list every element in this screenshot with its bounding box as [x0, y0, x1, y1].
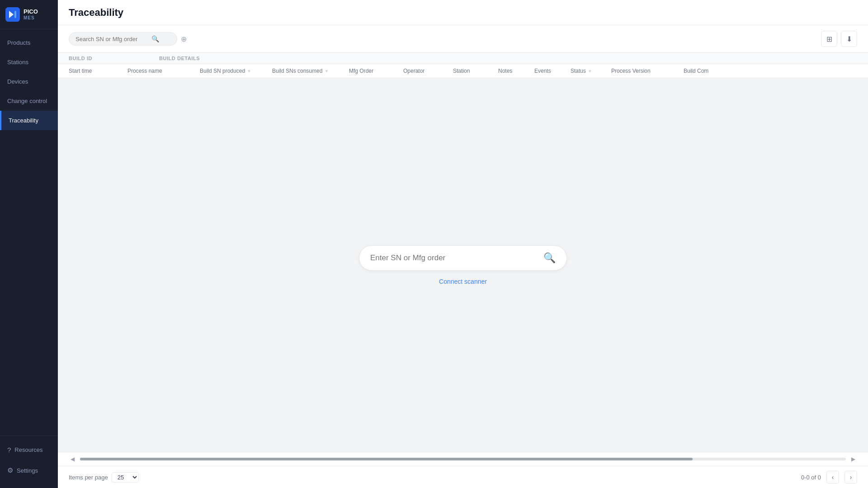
col-header-start-time[interactable]: Start time — [69, 64, 127, 78]
gear-icon: ⚙ — [7, 466, 13, 474]
sidebar-item-label: Settings — [17, 467, 38, 474]
big-search-bar[interactable]: 🔍 — [359, 245, 567, 271]
pagination-next-button[interactable]: › — [844, 471, 857, 483]
scroll-right-arrow[interactable]: ▶ — [849, 455, 857, 463]
app-name: PICO — [24, 9, 38, 15]
col-header-status[interactable]: Status ▼ — [571, 64, 611, 78]
sidebar-item-label: Devices — [7, 78, 28, 85]
filter-icon[interactable]: ⊕ — [181, 35, 187, 43]
content-area: 🔍 ⊕ ⊞ ⬇ BUILD ID BUILD DETAILS Start ti — [58, 25, 868, 488]
scan-icon: ⊞ — [826, 35, 832, 43]
col-header-build-com[interactable]: Build Com — [684, 64, 738, 78]
sort-icon: ▼ — [588, 69, 592, 74]
col-header-build-sn-produced[interactable]: Build SN produced ▼ — [200, 64, 272, 78]
column-group-row: BUILD ID BUILD DETAILS — [58, 53, 868, 64]
scroll-left-arrow[interactable]: ◀ — [69, 455, 76, 463]
bottom-nav: ? Resources ⚙ Settings — [0, 436, 58, 488]
sidebar-item-label: Stations — [7, 59, 28, 66]
items-per-page-select[interactable]: 25 50 100 — [112, 472, 139, 483]
pagination-info: 0-0 of 0 — [801, 474, 821, 481]
footer: Items per page 25 50 100 0-0 of 0 ‹ › — [58, 466, 868, 488]
svg-rect-2 — [14, 11, 16, 18]
main-content: Traceability 🔍 ⊕ ⊞ ⬇ BUILD ID BU — [58, 0, 868, 488]
search-input-small[interactable] — [75, 36, 148, 42]
question-icon: ? — [7, 446, 11, 454]
sidebar-item-label: Change control — [7, 98, 47, 104]
nav-items: Products Stations Devices Change control… — [0, 29, 58, 436]
scan-button[interactable]: ⊞ — [821, 31, 837, 47]
scrollbar-thumb[interactable] — [80, 458, 693, 460]
sidebar-item-label: Resources — [14, 446, 42, 453]
download-button[interactable]: ⬇ — [841, 31, 857, 47]
table-columns: Start time Process name Build SN produce… — [58, 64, 868, 78]
items-per-page-label: Items per page — [69, 474, 108, 481]
col-header-events[interactable]: Events — [534, 64, 571, 78]
page-title: Traceability — [69, 7, 123, 19]
group-build-details: BUILD DETAILS — [159, 53, 857, 64]
connect-scanner-link[interactable]: Connect scanner — [439, 278, 487, 285]
empty-state: 🔍 Connect scanner — [58, 78, 868, 452]
search-icon-big: 🔍 — [543, 252, 556, 264]
sidebar-item-label: Products — [7, 39, 30, 46]
col-header-operator[interactable]: Operator — [403, 64, 453, 78]
horizontal-scrollbar[interactable]: ◀ ▶ — [58, 452, 868, 466]
sidebar-item-stations[interactable]: Stations — [0, 52, 58, 72]
download-icon: ⬇ — [846, 35, 852, 43]
toolbar-right: ⊞ ⬇ — [821, 31, 857, 47]
footer-right: 0-0 of 0 ‹ › — [801, 471, 857, 483]
col-header-station[interactable]: Station — [453, 64, 498, 78]
search-row: 🔍 ⊕ ⊞ ⬇ — [58, 25, 868, 53]
sidebar: PICO MES Products Stations Devices Chang… — [0, 0, 58, 488]
sidebar-item-resources[interactable]: ? Resources — [0, 440, 58, 460]
search-bar-small[interactable]: 🔍 — [69, 32, 177, 46]
logo-area: PICO MES — [0, 0, 58, 29]
scrollbar-track[interactable] — [80, 458, 846, 460]
sidebar-item-traceability[interactable]: Traceability — [0, 111, 58, 130]
col-header-process-name[interactable]: Process name — [127, 64, 200, 78]
pagination-prev-button[interactable]: ‹ — [826, 471, 839, 483]
sort-icon: ▼ — [324, 69, 329, 74]
footer-left: Items per page 25 50 100 — [69, 472, 139, 483]
col-header-build-sns-consumed[interactable]: Build SNs consumed ▼ — [272, 64, 349, 78]
table-header-groups: BUILD ID BUILD DETAILS — [58, 53, 868, 64]
sidebar-item-label: Traceability — [9, 117, 38, 124]
col-header-process-version[interactable]: Process Version — [611, 64, 684, 78]
col-header-mfg-order[interactable]: Mfg Order — [349, 64, 403, 78]
group-build-id: BUILD ID — [69, 53, 159, 64]
sidebar-item-settings[interactable]: ⚙ Settings — [0, 460, 58, 481]
sidebar-item-change-control[interactable]: Change control — [0, 91, 58, 111]
topbar: Traceability — [58, 0, 868, 25]
sidebar-item-devices[interactable]: Devices — [0, 72, 58, 91]
app-subtitle: MES — [24, 15, 38, 20]
sidebar-item-products[interactable]: Products — [0, 33, 58, 52]
search-icon-small: 🔍 — [151, 35, 159, 42]
sort-icon: ▼ — [247, 69, 251, 74]
search-input-main[interactable] — [370, 253, 538, 263]
col-header-notes[interactable]: Notes — [498, 64, 534, 78]
pico-logo-icon — [5, 7, 20, 22]
